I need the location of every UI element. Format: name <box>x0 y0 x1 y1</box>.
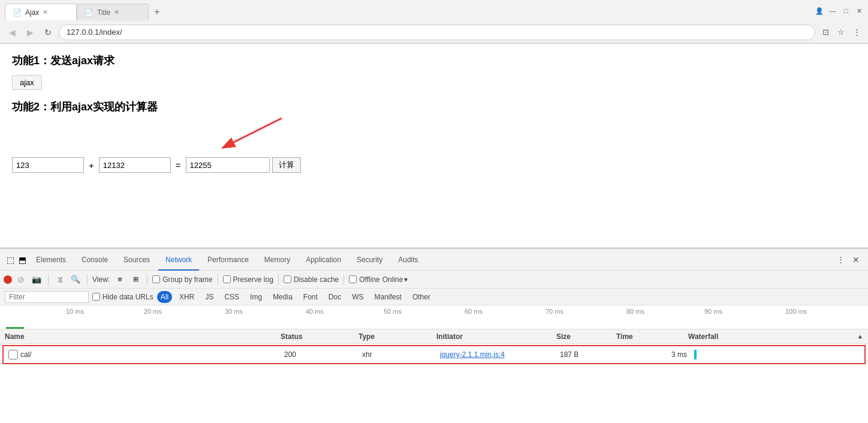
header-time: Time <box>616 332 688 341</box>
tab-title[interactable]: 📄 Title ✕ <box>77 4 149 20</box>
back-button[interactable]: ◀ <box>5 25 19 40</box>
address-bar: ◀ ▶ ↻ ⊡ ☆ ⋮ <box>0 22 868 43</box>
timeline-container: 10 ms 20 ms 30 ms 40 ms 50 ms 60 ms 70 m… <box>0 305 868 329</box>
filter-type-doc[interactable]: Doc <box>325 291 345 303</box>
tab-favicon: 📄 <box>13 8 22 17</box>
table-row[interactable]: cal/ 200 xhr jquery-2.1.1.min.js:4 187 B… <box>4 346 864 363</box>
tab-memory[interactable]: Memory <box>257 249 297 271</box>
record-button[interactable] <box>4 275 12 284</box>
calc-input2[interactable] <box>99 157 171 173</box>
row-status: 200 <box>284 350 362 359</box>
tab-close-ajax[interactable]: ✕ <box>43 8 48 16</box>
filter-type-xhr[interactable]: XHR <box>176 291 198 303</box>
row-time: 3 ms <box>620 350 692 359</box>
filter-type-ws[interactable]: WS <box>348 291 367 303</box>
disable-cache-checkbox[interactable] <box>284 275 291 283</box>
profile-icon[interactable]: 👤 <box>815 7 824 15</box>
camera-button[interactable]: 📷 <box>30 273 43 286</box>
preserve-log-label: Preserve log <box>223 275 273 284</box>
filter-bar: Hide data URLs All XHR JS CSS Img Media … <box>0 289 868 305</box>
new-tab-button[interactable]: + <box>149 4 165 20</box>
cast-icon[interactable]: ⊡ <box>819 26 832 39</box>
device-toolbar-icon[interactable]: ⬒ <box>17 254 28 265</box>
address-input[interactable] <box>59 25 815 40</box>
filter-type-css[interactable]: CSS <box>221 291 243 303</box>
filter-type-font[interactable]: Font <box>300 291 321 303</box>
tick-10ms: 10 ms <box>66 308 84 315</box>
sort-arrow-icon: ▲ <box>857 333 863 340</box>
browser-chrome: 📄 Ajax ✕ 📄 Title ✕ + 👤 — □ ✕ ◀ ▶ ↻ ⊡ ☆ <box>0 0 868 44</box>
calc-input1[interactable] <box>12 157 84 173</box>
filter-type-media[interactable]: Media <box>269 291 296 303</box>
preserve-log-checkbox[interactable] <box>223 275 231 283</box>
calc-result-input[interactable] <box>186 157 270 173</box>
close-button[interactable]: ✕ <box>855 7 863 15</box>
waterfall-label: Waterfall <box>688 332 718 341</box>
filter-input[interactable] <box>5 291 89 303</box>
arrow-svg <box>132 115 312 151</box>
maximize-button[interactable]: □ <box>842 7 850 15</box>
tick-60ms: 60 ms <box>465 308 483 315</box>
tab-console[interactable]: Console <box>74 249 115 271</box>
timeline-green-line <box>6 327 24 329</box>
group-by-frame-label: Group by frame <box>152 275 212 284</box>
tab-close-title[interactable]: ✕ <box>114 8 119 16</box>
toolbar-separator5 <box>278 274 279 285</box>
title-bar: 📄 Ajax ✕ 📄 Title ✕ + 👤 — □ ✕ <box>0 0 868 22</box>
tab-label2: Title <box>97 8 110 17</box>
toolbar-separator3 <box>147 274 147 285</box>
tab-label: Ajax <box>25 8 39 17</box>
forward-button[interactable]: ▶ <box>23 25 37 40</box>
devtools-close-button[interactable]: ✕ <box>849 253 863 267</box>
table-header: Name Status Type Initiator Size Time Wat… <box>0 329 868 344</box>
tick-80ms: 80 ms <box>626 308 644 315</box>
filter-button[interactable]: ⧖ <box>53 273 67 286</box>
header-initiator: Initiator <box>436 332 556 341</box>
tab-performance[interactable]: Performance <box>200 249 256 271</box>
filter-type-js[interactable]: JS <box>201 291 217 303</box>
inspect-element-icon[interactable]: ⬚ <box>5 254 16 265</box>
calc-row: + = 计算 <box>12 157 856 173</box>
hide-data-urls-checkbox[interactable] <box>92 293 100 301</box>
refresh-button[interactable]: ↻ <box>41 25 55 40</box>
filter-type-other[interactable]: Other <box>409 291 434 303</box>
group-by-frame-checkbox[interactable] <box>152 275 160 283</box>
minimize-button[interactable]: — <box>828 7 837 15</box>
disable-cache-text: Disable cache <box>294 275 339 284</box>
network-throttle-dropdown[interactable]: Online ▾ <box>382 275 408 284</box>
search-button[interactable]: 🔍 <box>69 273 82 286</box>
devtools-menu-button[interactable]: ⋮ <box>833 253 848 267</box>
offline-checkbox[interactable] <box>349 275 357 283</box>
tick-50ms: 50 ms <box>384 308 402 315</box>
dropdown-arrow-icon: ▾ <box>404 275 408 284</box>
tab-ajax[interactable]: 📄 Ajax ✕ <box>5 4 77 20</box>
list-view-button[interactable]: ≡ <box>113 273 126 286</box>
tick-70ms: 70 ms <box>545 308 563 315</box>
row-checkbox[interactable] <box>8 350 18 359</box>
timeline-bar: 10 ms 20 ms 30 ms 40 ms 50 ms 60 ms 70 m… <box>0 305 868 329</box>
tab-elements[interactable]: Elements <box>29 249 73 271</box>
row-size: 187 B <box>560 350 620 359</box>
calc-button[interactable]: 计算 <box>272 157 301 173</box>
filter-type-manifest[interactable]: Manifest <box>371 291 405 303</box>
page-content: 功能1：发送ajax请求 ajax 功能2：利用ajax实现的计算器 + = 计… <box>0 44 868 248</box>
tab-sources[interactable]: Sources <box>116 249 157 271</box>
row-name-text: cal/ <box>20 350 32 359</box>
filter-type-all[interactable]: All <box>157 291 172 303</box>
header-waterfall: Waterfall ▲ <box>688 332 863 341</box>
tab-bar: 📄 Ajax ✕ 📄 Title ✕ + <box>5 1 813 20</box>
menu-icon[interactable]: ⋮ <box>850 26 863 39</box>
tab-application[interactable]: Application <box>299 249 348 271</box>
tab-network[interactable]: Network <box>158 249 199 271</box>
toolbar-separator6 <box>343 274 344 285</box>
offline-label: Offline <box>349 275 379 284</box>
row-initiator-link[interactable]: jquery-2.1.1.min.js:4 <box>440 350 505 359</box>
bookmark-icon[interactable]: ☆ <box>834 26 848 39</box>
grid-view-button[interactable]: ⊞ <box>129 273 142 286</box>
tab-security[interactable]: Security <box>349 249 390 271</box>
ajax-button[interactable]: ajax <box>12 75 42 90</box>
tab-audits[interactable]: Audits <box>391 249 425 271</box>
stop-button[interactable]: ⊘ <box>14 273 28 286</box>
filter-type-img[interactable]: Img <box>246 291 266 303</box>
offline-text: Offline <box>359 275 379 284</box>
